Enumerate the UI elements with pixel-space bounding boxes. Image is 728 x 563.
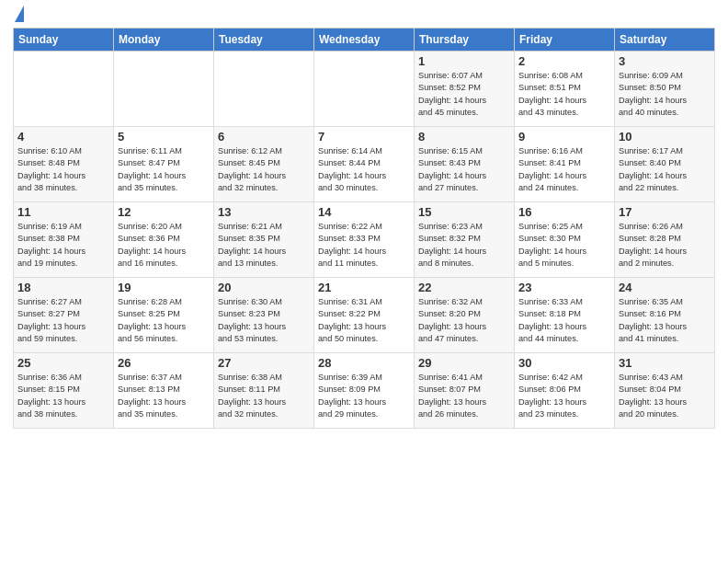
calendar-cell: 2Sunrise: 6:08 AM Sunset: 8:51 PM Daylig…: [515, 52, 615, 127]
calendar-cell: 25Sunrise: 6:36 AM Sunset: 8:15 PM Dayli…: [14, 353, 114, 429]
calendar-header-thursday: Thursday: [415, 29, 515, 52]
day-number: 23: [518, 281, 610, 294]
calendar-cell: 26Sunrise: 6:37 AM Sunset: 8:13 PM Dayli…: [114, 353, 214, 429]
day-number: 26: [118, 356, 210, 370]
calendar-cell: 12Sunrise: 6:20 AM Sunset: 8:36 PM Dayli…: [114, 202, 214, 278]
day-info: Sunrise: 6:27 AM Sunset: 8:27 PM Dayligh…: [17, 296, 109, 345]
day-number: 21: [318, 281, 410, 294]
calendar-cell: 27Sunrise: 6:38 AM Sunset: 8:11 PM Dayli…: [214, 353, 314, 429]
day-info: Sunrise: 6:07 AM Sunset: 8:52 PM Dayligh…: [418, 70, 510, 119]
calendar-cell: 4Sunrise: 6:10 AM Sunset: 8:48 PM Daylig…: [14, 127, 114, 202]
day-number: 20: [218, 281, 310, 294]
day-number: 2: [518, 54, 610, 68]
calendar-week-1: 1Sunrise: 6:07 AM Sunset: 8:52 PM Daylig…: [14, 52, 715, 127]
calendar-header-monday: Monday: [114, 29, 214, 52]
calendar-cell: 16Sunrise: 6:25 AM Sunset: 8:30 PM Dayli…: [515, 202, 615, 278]
day-info: Sunrise: 6:38 AM Sunset: 8:11 PM Dayligh…: [218, 372, 310, 420]
day-info: Sunrise: 6:21 AM Sunset: 8:35 PM Dayligh…: [218, 221, 310, 270]
calendar-week-3: 11Sunrise: 6:19 AM Sunset: 8:38 PM Dayli…: [14, 202, 715, 278]
day-info: Sunrise: 6:16 AM Sunset: 8:41 PM Dayligh…: [518, 145, 610, 194]
logo: [13, 9, 24, 22]
calendar-header-friday: Friday: [515, 29, 615, 52]
calendar-cell: 15Sunrise: 6:23 AM Sunset: 8:32 PM Dayli…: [415, 202, 515, 278]
calendar-week-2: 4Sunrise: 6:10 AM Sunset: 8:48 PM Daylig…: [14, 127, 715, 202]
day-number: 22: [418, 281, 510, 294]
day-info: Sunrise: 6:23 AM Sunset: 8:32 PM Dayligh…: [418, 221, 510, 270]
calendar-header-sunday: Sunday: [14, 29, 114, 52]
day-info: Sunrise: 6:37 AM Sunset: 8:13 PM Dayligh…: [118, 372, 210, 420]
day-info: Sunrise: 6:08 AM Sunset: 8:51 PM Dayligh…: [518, 70, 610, 119]
calendar-cell: 29Sunrise: 6:41 AM Sunset: 8:07 PM Dayli…: [415, 353, 515, 429]
page: SundayMondayTuesdayWednesdayThursdayFrid…: [0, 0, 728, 563]
calendar-header-wednesday: Wednesday: [314, 29, 415, 52]
calendar-cell: [314, 52, 415, 127]
day-info: Sunrise: 6:41 AM Sunset: 8:07 PM Dayligh…: [418, 372, 510, 420]
day-number: 19: [118, 281, 210, 294]
calendar-cell: 8Sunrise: 6:15 AM Sunset: 8:43 PM Daylig…: [415, 127, 515, 202]
calendar-header-saturday: Saturday: [615, 29, 715, 52]
day-number: 13: [218, 205, 310, 219]
calendar-table: SundayMondayTuesdayWednesdayThursdayFrid…: [13, 28, 715, 429]
calendar-week-4: 18Sunrise: 6:27 AM Sunset: 8:27 PM Dayli…: [14, 278, 715, 353]
calendar-cell: 18Sunrise: 6:27 AM Sunset: 8:27 PM Dayli…: [14, 278, 114, 353]
day-number: 14: [318, 205, 410, 219]
day-number: 9: [518, 130, 610, 144]
calendar-cell: 3Sunrise: 6:09 AM Sunset: 8:50 PM Daylig…: [615, 52, 715, 127]
calendar-cell: 22Sunrise: 6:32 AM Sunset: 8:20 PM Dayli…: [415, 278, 515, 353]
day-info: Sunrise: 6:35 AM Sunset: 8:16 PM Dayligh…: [619, 296, 711, 345]
calendar-header-row: SundayMondayTuesdayWednesdayThursdayFrid…: [14, 29, 715, 52]
day-info: Sunrise: 6:32 AM Sunset: 8:20 PM Dayligh…: [418, 296, 510, 345]
logo-triangle-icon: [15, 6, 24, 22]
day-info: Sunrise: 6:17 AM Sunset: 8:40 PM Dayligh…: [619, 145, 711, 194]
day-number: 25: [17, 356, 109, 370]
calendar-cell: 11Sunrise: 6:19 AM Sunset: 8:38 PM Dayli…: [14, 202, 114, 278]
calendar-cell: 20Sunrise: 6:30 AM Sunset: 8:23 PM Dayli…: [214, 278, 314, 353]
calendar-header-tuesday: Tuesday: [214, 29, 314, 52]
day-number: 16: [518, 205, 610, 219]
day-number: 17: [619, 205, 711, 219]
day-number: 7: [318, 130, 410, 144]
day-number: 10: [619, 130, 711, 144]
day-info: Sunrise: 6:14 AM Sunset: 8:44 PM Dayligh…: [318, 145, 410, 194]
day-info: Sunrise: 6:39 AM Sunset: 8:09 PM Dayligh…: [318, 372, 410, 420]
header: [13, 9, 715, 22]
day-info: Sunrise: 6:20 AM Sunset: 8:36 PM Dayligh…: [118, 221, 210, 270]
calendar-cell: 9Sunrise: 6:16 AM Sunset: 8:41 PM Daylig…: [515, 127, 615, 202]
day-number: 5: [118, 130, 210, 144]
day-info: Sunrise: 6:10 AM Sunset: 8:48 PM Dayligh…: [17, 145, 109, 194]
day-info: Sunrise: 6:25 AM Sunset: 8:30 PM Dayligh…: [518, 221, 610, 270]
calendar-cell: 7Sunrise: 6:14 AM Sunset: 8:44 PM Daylig…: [314, 127, 415, 202]
day-number: 8: [418, 130, 510, 144]
day-info: Sunrise: 6:31 AM Sunset: 8:22 PM Dayligh…: [318, 296, 410, 345]
calendar-cell: [14, 52, 114, 127]
calendar-cell: 5Sunrise: 6:11 AM Sunset: 8:47 PM Daylig…: [114, 127, 214, 202]
day-info: Sunrise: 6:33 AM Sunset: 8:18 PM Dayligh…: [518, 296, 610, 345]
day-info: Sunrise: 6:36 AM Sunset: 8:15 PM Dayligh…: [17, 372, 109, 420]
day-number: 11: [17, 205, 109, 219]
calendar-cell: 24Sunrise: 6:35 AM Sunset: 8:16 PM Dayli…: [615, 278, 715, 353]
calendar-cell: 14Sunrise: 6:22 AM Sunset: 8:33 PM Dayli…: [314, 202, 415, 278]
day-number: 12: [118, 205, 210, 219]
calendar-cell: [114, 52, 214, 127]
day-number: 6: [218, 130, 310, 144]
day-number: 30: [518, 356, 610, 370]
day-number: 3: [619, 54, 711, 68]
calendar-cell: 13Sunrise: 6:21 AM Sunset: 8:35 PM Dayli…: [214, 202, 314, 278]
day-info: Sunrise: 6:26 AM Sunset: 8:28 PM Dayligh…: [619, 221, 711, 270]
day-info: Sunrise: 6:22 AM Sunset: 8:33 PM Dayligh…: [318, 221, 410, 270]
day-number: 29: [418, 356, 510, 370]
day-number: 27: [218, 356, 310, 370]
calendar-cell: 30Sunrise: 6:42 AM Sunset: 8:06 PM Dayli…: [515, 353, 615, 429]
calendar-cell: 17Sunrise: 6:26 AM Sunset: 8:28 PM Dayli…: [615, 202, 715, 278]
day-info: Sunrise: 6:12 AM Sunset: 8:45 PM Dayligh…: [218, 145, 310, 194]
day-number: 28: [318, 356, 410, 370]
calendar-cell: 19Sunrise: 6:28 AM Sunset: 8:25 PM Dayli…: [114, 278, 214, 353]
calendar-cell: 28Sunrise: 6:39 AM Sunset: 8:09 PM Dayli…: [314, 353, 415, 429]
day-number: 1: [418, 54, 510, 68]
day-info: Sunrise: 6:09 AM Sunset: 8:50 PM Dayligh…: [619, 70, 711, 119]
calendar-cell: 23Sunrise: 6:33 AM Sunset: 8:18 PM Dayli…: [515, 278, 615, 353]
day-number: 31: [619, 356, 711, 370]
day-number: 15: [418, 205, 510, 219]
calendar-week-5: 25Sunrise: 6:36 AM Sunset: 8:15 PM Dayli…: [14, 353, 715, 429]
day-info: Sunrise: 6:19 AM Sunset: 8:38 PM Dayligh…: [17, 221, 109, 270]
